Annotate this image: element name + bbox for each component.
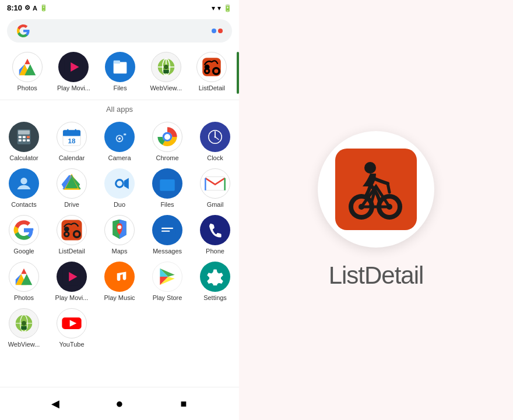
svg-point-17 (215, 69, 219, 73)
webview-icon-top (151, 52, 181, 82)
app-label-files-top: Files (113, 84, 127, 91)
drive-icon (57, 168, 87, 199)
svg-point-61 (117, 181, 122, 186)
app-label-drive: Drive (64, 201, 79, 208)
messages-icon (152, 215, 182, 245)
app-files-grid[interactable]: Files (143, 165, 191, 211)
app-calculator[interactable]: Calculator (0, 118, 48, 165)
youtube-icon (57, 308, 87, 338)
app-label-playmovies-grid: Play Movi... (55, 294, 89, 301)
recents-button[interactable]: ■ (172, 392, 195, 415)
contacts-icon (9, 168, 39, 199)
google-assistant-dots (212, 29, 223, 33)
app-label-listdetail-grid: ListDetail (58, 248, 85, 255)
playstore-icon (152, 262, 182, 292)
svg-rect-77 (161, 231, 170, 232)
app-duo[interactable]: Duo (96, 165, 143, 211)
svg-point-68 (75, 232, 79, 237)
app-calendar[interactable]: 18 Calendar (48, 118, 96, 165)
home-button[interactable]: ● (108, 392, 131, 415)
maps-icon (104, 215, 135, 245)
app-gmail[interactable]: Gmail (191, 165, 239, 211)
svg-point-66 (64, 227, 69, 232)
app-label-webview-top: WebView... (150, 84, 182, 91)
app-label-maps: Maps (112, 248, 128, 255)
app-label-calculator: Calculator (9, 154, 38, 161)
app-playmovies-top[interactable]: Play Movi... (55, 48, 93, 95)
svg-point-70 (65, 233, 68, 235)
listdetail-icon-top (196, 52, 227, 82)
svg-rect-26 (23, 139, 26, 142)
app-label-photos-grid: Photos (14, 294, 34, 301)
svg-point-42 (164, 134, 170, 140)
files-grid-icon (152, 168, 182, 199)
app-label-camera: Camera (108, 154, 131, 161)
battery-status-icon: 🔋 (223, 4, 232, 12)
app-google[interactable]: Google (0, 211, 48, 258)
status-time: 8:10 (7, 3, 22, 12)
app-label-files-grid: Files (160, 201, 174, 208)
svg-rect-64 (205, 177, 224, 190)
app-showcase-inner (335, 149, 417, 230)
svg-marker-0 (24, 59, 30, 65)
top-apps-row: Photos Play Movi... Files (0, 46, 239, 100)
app-webview-grid[interactable]: WebView... (0, 305, 48, 351)
app-webview-top[interactable]: WebView... (147, 48, 184, 95)
dot-red (218, 29, 223, 33)
signal-icon: ▾ (217, 4, 221, 12)
calculator-icon (9, 122, 39, 152)
phone-icon (200, 215, 230, 245)
app-files-top[interactable]: Files (103, 48, 138, 95)
app-drive[interactable]: Drive (48, 165, 96, 211)
app-photos-top[interactable]: Photos (10, 48, 45, 95)
app-listdetail-top[interactable]: ListDetail (194, 48, 229, 95)
playmovies-icon-top (58, 52, 89, 82)
app-showcase-icon-circle (318, 131, 434, 248)
svg-rect-76 (161, 228, 173, 229)
all-apps-label: All apps (0, 100, 239, 116)
app-label-google: Google (13, 248, 34, 255)
app-chrome[interactable]: Chrome (143, 118, 191, 165)
playmusic-icon (104, 262, 135, 292)
status-bar: 8:10 ⚙ A 🔋 ▾ ▾ 🔋 (0, 0, 239, 16)
app-maps[interactable]: Maps (96, 211, 143, 258)
svg-rect-22 (19, 136, 22, 139)
app-label-duo: Duo (114, 201, 125, 208)
chrome-icon (152, 122, 182, 152)
photos-grid-icon (9, 262, 39, 292)
app-label-clock: Clock (207, 154, 223, 161)
app-grid: Calculator 18 Calendar Camera (0, 116, 239, 354)
svg-rect-39 (124, 133, 126, 135)
svg-point-19 (206, 70, 208, 72)
app-camera[interactable]: Camera (96, 118, 143, 165)
playmovies-grid-icon (57, 262, 87, 292)
svg-point-37 (118, 137, 121, 140)
app-clock[interactable]: Clock (191, 118, 239, 165)
app-messages[interactable]: Messages (143, 211, 191, 258)
app-label-playmusic: Play Music (104, 294, 135, 301)
app-listdetail-grid[interactable]: ListDetail (48, 211, 96, 258)
svg-rect-23 (23, 136, 26, 139)
accessibility-icon: A (33, 5, 37, 12)
app-showcase-title: ListDetail (329, 262, 424, 290)
files-icon-top (105, 52, 135, 82)
app-playstore[interactable]: Play Store (143, 258, 191, 305)
app-contacts[interactable]: Contacts (0, 165, 48, 211)
search-bar[interactable] (7, 19, 232, 43)
app-phone[interactable]: Phone (191, 211, 239, 258)
gmail-icon (200, 168, 230, 199)
app-label-contacts: Contacts (11, 201, 36, 208)
app-playmusic[interactable]: Play Music (96, 258, 143, 305)
app-label-youtube: YouTube (59, 341, 84, 348)
back-button[interactable]: ◀ (44, 392, 67, 415)
svg-rect-90 (21, 326, 27, 330)
app-photos-grid[interactable]: Photos (0, 258, 48, 305)
app-youtube[interactable]: YouTube (48, 305, 96, 351)
svg-rect-75 (159, 224, 175, 235)
app-playmovies-grid[interactable]: Play Movi... (48, 258, 96, 305)
svg-text:18: 18 (68, 137, 76, 144)
wifi-icon: ▾ (212, 4, 215, 12)
app-settings[interactable]: Settings (191, 258, 239, 305)
app-detail-panel: ListDetail (239, 0, 513, 420)
svg-rect-6 (114, 62, 127, 74)
